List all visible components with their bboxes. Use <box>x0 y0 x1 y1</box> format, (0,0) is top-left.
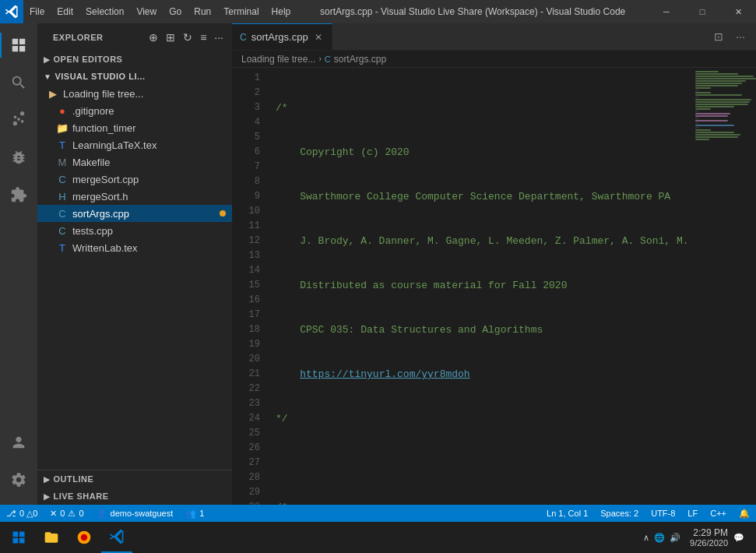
menu-run[interactable]: Run <box>188 0 217 23</box>
menu-selection[interactable]: Selection <box>79 0 130 23</box>
outline-label: OUTLINE <box>54 474 94 484</box>
code-line-5: Distributed as course material for Fall … <box>276 278 694 293</box>
h-icon: H <box>56 191 69 203</box>
warning-icon: ⚠ <box>68 509 76 519</box>
new-folder-icon[interactable]: ⊞ <box>164 30 178 45</box>
refresh-icon[interactable]: ↻ <box>181 30 195 45</box>
file-tests-cpp[interactable]: C tests.cpp <box>37 222 232 239</box>
section-live-share[interactable]: ▶ LIVE SHARE <box>37 488 232 505</box>
section-outline[interactable]: ▶ OUTLINE <box>37 470 232 488</box>
status-line-ending[interactable]: LF <box>681 505 704 522</box>
menu-go[interactable]: Go <box>163 0 188 23</box>
line-num-20: 20 <box>232 352 269 367</box>
line-num-6: 6 <box>232 145 269 160</box>
activity-extensions[interactable] <box>0 176 37 213</box>
new-file-icon[interactable]: ⊕ <box>146 30 160 45</box>
status-language[interactable]: C++ <box>704 505 733 522</box>
taskbar-clock[interactable]: 2:29 PM 9/26/2020 <box>690 527 728 548</box>
line-num-5: 5 <box>232 130 269 145</box>
file-sortargs-cpp[interactable]: C sortArgs.cpp <box>37 205 232 222</box>
collapse-icon[interactable]: ≡ <box>198 30 209 45</box>
tab-filename: sortArgs.cpp <box>251 31 308 43</box>
file-gitignore[interactable]: ● .gitignore <box>37 102 232 119</box>
minimap-content <box>694 68 756 144</box>
titlebar-left: File Edit Selection View Go Run Terminal… <box>0 0 297 23</box>
sidebar-bottom: ▶ OUTLINE ▶ LIVE SHARE <box>37 470 232 505</box>
activity-settings[interactable] <box>0 461 37 498</box>
cursor-position: Ln 1, Col 1 <box>547 509 588 518</box>
line-num-25: 25 <box>232 426 269 441</box>
status-live-share-count[interactable]: 👥 1 <box>179 505 210 522</box>
status-branch[interactable]: ⎇ 0 △0 <box>0 505 44 522</box>
line-num-2: 2 <box>232 86 269 100</box>
chevron-right-icon: ▶ <box>44 55 51 64</box>
menu-file[interactable]: File <box>23 0 51 23</box>
split-editor-button[interactable]: ⊡ <box>709 27 728 46</box>
status-spaces[interactable]: Spaces: 2 <box>594 505 645 522</box>
taskbar-volume-icon[interactable]: 🔊 <box>670 533 680 543</box>
taskbar-system-icons: ∧ 🌐 🔊 <box>643 533 680 543</box>
makefile-icon: M <box>56 157 69 168</box>
clock-time: 2:29 PM <box>690 527 728 538</box>
section-workspace[interactable]: ▼ VISUAL STUDIO LI... <box>37 68 232 85</box>
taskbar-firefox[interactable] <box>69 522 100 553</box>
line-num-19: 19 <box>232 337 269 352</box>
activity-source-control[interactable] <box>0 101 37 139</box>
more-icon[interactable]: ··· <box>212 30 226 45</box>
line-num-23: 23 <box>232 396 269 411</box>
status-errors[interactable]: ✕ 0 ⚠ 0 <box>44 505 90 522</box>
status-encoding[interactable]: UTF-8 <box>645 505 681 522</box>
file-learninglatex[interactable]: T LearningLaTeX.tex <box>37 136 232 153</box>
link-url[interactable]: https://tinyurl.com/yyr8mdoh <box>300 368 469 380</box>
taskbar-network-icon[interactable]: 🌐 <box>654 533 665 543</box>
line-num-29: 29 <box>232 485 269 500</box>
code-editor[interactable]: 1 2 3 4 5 6 7 8 9 10 11 12 13 14 15 16 1… <box>232 68 756 505</box>
tab-close-button[interactable]: ✕ <box>313 31 324 44</box>
open-editors-label: OPEN EDITORS <box>54 55 123 64</box>
line-num-17: 17 <box>232 308 269 322</box>
maximize-button[interactable]: □ <box>684 0 720 23</box>
status-live-share[interactable]: 👤 demo-swatguest <box>90 505 180 522</box>
menu-view[interactable]: View <box>130 0 163 23</box>
menu-edit[interactable]: Edit <box>51 0 79 23</box>
line-num-28: 28 <box>232 470 269 485</box>
activity-explorer[interactable] <box>0 26 37 64</box>
live-share-person-icon: 👤 <box>97 509 107 519</box>
taskbar-start-button[interactable] <box>3 522 34 553</box>
minimize-button[interactable]: ─ <box>649 0 684 23</box>
line-num-8: 8 <box>232 174 269 189</box>
file-mergesort-cpp[interactable]: C mergeSort.cpp <box>37 171 232 188</box>
file-writtenlab[interactable]: T WrittenLab.tex <box>37 239 232 256</box>
activity-account[interactable] <box>0 424 37 461</box>
menu-help[interactable]: Help <box>265 0 297 23</box>
taskbar-notification-area[interactable]: 💬 <box>731 522 747 553</box>
breadcrumb-cpp-icon: C <box>325 55 331 64</box>
file-makefile[interactable]: M Makefile <box>37 153 232 171</box>
code-content[interactable]: /* Copyright (c) 2020 Swarthmore College… <box>269 68 694 505</box>
sidebar-header: EXPLORER ⊕ ⊞ ↻ ≡ ··· <box>37 23 232 51</box>
activity-search[interactable] <box>0 64 37 101</box>
tab-bar: C sortArgs.cpp ✕ ⊡ ··· <box>232 23 756 51</box>
taskbar-vscode[interactable] <box>101 522 132 553</box>
status-notifications[interactable]: 🔔 <box>733 505 756 522</box>
taskbar-up-arrow[interactable]: ∧ <box>643 533 649 543</box>
status-cursor[interactable]: Ln 1, Col 1 <box>540 505 594 522</box>
live-share-count: 1 <box>199 509 204 518</box>
activity-debug[interactable] <box>0 139 37 176</box>
tab-sortargs[interactable]: C sortArgs.cpp ✕ <box>232 23 332 50</box>
more-actions-button[interactable]: ··· <box>731 27 750 46</box>
line-num-21: 21 <box>232 367 269 382</box>
taskbar-file-explorer[interactable] <box>36 522 67 553</box>
activity-bar <box>0 23 37 505</box>
live-share-label: LIVE SHARE <box>54 491 109 501</box>
line-num-27: 27 <box>232 456 269 470</box>
modified-indicator <box>220 210 226 217</box>
file-function-timer[interactable]: 📁 function_timer <box>37 119 232 136</box>
loading-folder[interactable]: ▶ Loading file tree... <box>37 85 232 102</box>
menu-terminal[interactable]: Terminal <box>217 0 265 23</box>
breadcrumb-loading[interactable]: Loading file tree... <box>241 54 315 65</box>
section-open-editors[interactable]: ▶ OPEN EDITORS <box>37 51 232 68</box>
file-mergesort-h[interactable]: H mergeSort.h <box>37 188 232 205</box>
editor-area: C sortArgs.cpp ✕ ⊡ ··· Loading file tree… <box>232 23 756 505</box>
close-button[interactable]: ✕ <box>720 0 756 23</box>
